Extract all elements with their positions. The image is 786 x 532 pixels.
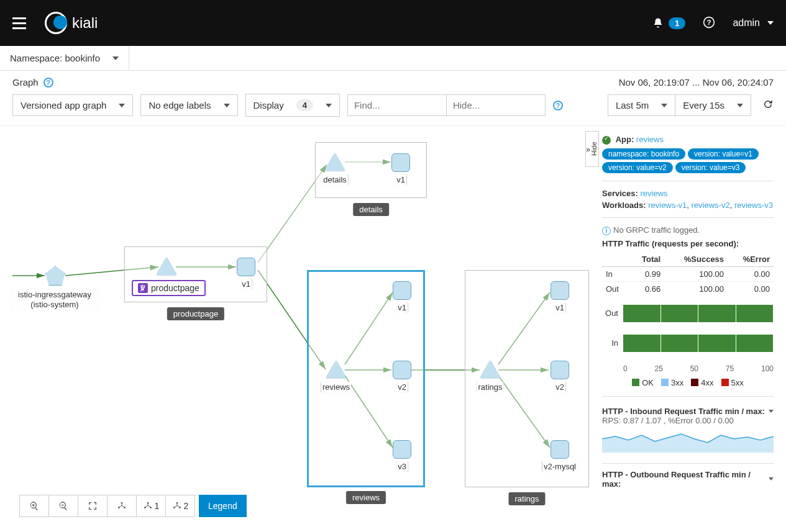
app-link[interactable]: reviews: [636, 135, 664, 144]
chip: version: value=v2: [602, 162, 673, 173]
legend-button[interactable]: Legend: [199, 495, 247, 517]
chevron-down-icon: [769, 410, 774, 413]
node-details-v1[interactable]: [391, 153, 410, 172]
find-input[interactable]: [347, 94, 447, 116]
workload-link[interactable]: reviews-v3: [734, 201, 773, 210]
namespace-dropdown[interactable]: Namespace: bookinfo: [0, 46, 129, 70]
layout-1-button[interactable]: 1: [136, 495, 166, 517]
namespace-bar: Namespace: bookinfo: [0, 46, 786, 71]
chevron-down-icon: [767, 21, 774, 25]
kiali-logo-text: kiali: [72, 14, 98, 32]
svg-point-18: [147, 502, 149, 504]
node-label-details-v1: v1: [395, 174, 406, 185]
hide-input[interactable]: [446, 94, 546, 116]
node-label-gateway: istio-ingressgateway(istio-system): [11, 289, 98, 310]
table-row: Out 0.66 100.00 0.00: [602, 281, 774, 296]
node-ratings-v2mysql[interactable]: [551, 440, 569, 459]
workload-link[interactable]: reviews-v1: [648, 201, 687, 210]
display-count-badge: 4: [296, 99, 313, 111]
refresh-button[interactable]: [762, 99, 774, 112]
edge-labels-dropdown[interactable]: No edge labels: [140, 94, 237, 116]
kiali-logo-icon: [45, 12, 67, 34]
inbound-subtitle: RPS: 0.87 / 1.07 , %Error 0.00 / 0.00: [602, 416, 774, 425]
refresh-interval-dropdown[interactable]: Every 15s: [675, 94, 751, 116]
info-icon: i: [602, 227, 611, 235]
zoom-in-button[interactable]: [19, 495, 49, 517]
node-label-details: details: [322, 174, 348, 185]
canvas-controls: 1 2 Legend: [20, 495, 247, 517]
health-ok-icon: [602, 136, 611, 145]
find-help-icon[interactable]: ?: [553, 101, 563, 110]
display-dropdown[interactable]: Display 4: [245, 94, 340, 117]
help-button[interactable]: ?: [703, 16, 715, 30]
side-panel: App: reviews namespace: bookinfo version…: [600, 126, 774, 523]
notifications-button[interactable]: 1: [652, 17, 685, 29]
chevron-down-icon: [112, 56, 119, 60]
svg-point-21: [176, 502, 178, 504]
node-label-ratings-v2mysql: v2-mysql: [542, 461, 577, 472]
layout-2-button[interactable]: 2: [165, 495, 195, 517]
node-reviews-v3[interactable]: [393, 440, 411, 459]
table-row: In 0.99 100.00 0.00: [602, 266, 774, 281]
hide-panel-toggle[interactable]: Hide: [585, 131, 599, 167]
legend-swatch-ok: [632, 379, 639, 386]
inbound-sparkline: [602, 428, 774, 453]
inbound-traffic-toggle[interactable]: HTTP - Inbound Request Traffic min / max…: [602, 407, 774, 416]
svg-text:?: ?: [707, 18, 711, 26]
service-link[interactable]: reviews: [640, 189, 667, 198]
workload-link[interactable]: reviews-v2: [692, 201, 730, 210]
duration-dropdown[interactable]: Last 5m: [608, 94, 675, 116]
layout-default-button[interactable]: [107, 495, 137, 517]
graph-toolbar: Versioned app graph No edge labels Displ…: [0, 94, 786, 125]
user-name: admin: [733, 17, 760, 29]
top-header: kiali 1 ? admin: [0, 0, 786, 46]
kiali-logo[interactable]: kiali: [45, 12, 98, 34]
menu-toggle-button[interactable]: [12, 17, 26, 29]
zoom-out-button[interactable]: [48, 495, 78, 517]
outbound-traffic-toggle[interactable]: HTTP - Outbound Request Traffic min / ma…: [602, 470, 774, 489]
node-productpage-service[interactable]: [157, 258, 176, 275]
chip: version: value=v1: [688, 148, 759, 160]
chevron-down-icon: [661, 104, 667, 107]
group-label-details: details: [353, 203, 389, 216]
node-label-ratings: ratings: [477, 382, 503, 392]
response-bar-chart: Out In 0 25 50 75 100 OK 3xx 4xx 5xx: [602, 305, 774, 387]
chevron-down-icon: [769, 477, 774, 480]
node-productpage-v1[interactable]: [237, 258, 255, 276]
fit-button[interactable]: [78, 495, 107, 517]
node-ratings-v2[interactable]: [551, 361, 569, 379]
chevron-down-icon: [224, 104, 230, 107]
title-bar: Graph ? Nov 06, 20:19:07 ... Nov 06, 20:…: [0, 71, 786, 94]
chevron-down-icon: [119, 104, 125, 107]
page-title: Graph: [12, 77, 39, 88]
node-ratings-service[interactable]: [480, 361, 500, 378]
time-range-text: Nov 06, 20:19:07 ... Nov 06, 20:24:07: [619, 77, 774, 88]
graph-canvas[interactable]: istio-ingressgateway(istio-system) detai…: [12, 126, 598, 523]
node-reviews-service[interactable]: [326, 361, 346, 378]
group-ratings[interactable]: ratings: [465, 270, 589, 487]
node-label-ratings-v1: v1: [554, 302, 565, 313]
virtualservice-productpage[interactable]: ℣ productpage: [132, 280, 206, 296]
legend-swatch-3xx: [661, 379, 669, 386]
group-label-productpage: productpage: [167, 307, 224, 320]
traffic-table: Total %Success %Error In 0.99 100.00 0.0…: [602, 252, 774, 296]
svg-point-15: [121, 502, 123, 504]
node-label-reviews-v1: v1: [396, 302, 408, 313]
node-details-service[interactable]: [325, 153, 345, 171]
chevron-down-icon: [326, 104, 332, 107]
notification-count-badge: 1: [669, 17, 685, 29]
node-ratings-v1[interactable]: [551, 281, 569, 300]
help-icon[interactable]: ?: [43, 78, 53, 88]
chevron-down-icon: [737, 104, 743, 107]
node-label-reviews-v3: v3: [396, 461, 408, 472]
node-reviews-v2[interactable]: [393, 361, 411, 379]
group-label-ratings: ratings: [508, 492, 545, 505]
group-label-reviews: reviews: [346, 491, 386, 504]
chip: namespace: bookinfo: [602, 148, 685, 160]
main-area: istio-ingressgateway(istio-system) detai…: [0, 125, 786, 523]
graph-type-dropdown[interactable]: Versioned app graph: [12, 94, 133, 116]
node-istio-ingressgateway[interactable]: [45, 266, 65, 286]
user-menu-dropdown[interactable]: admin: [733, 17, 774, 29]
node-label-ratings-v2: v2: [554, 382, 565, 392]
node-reviews-v1[interactable]: [393, 281, 411, 300]
